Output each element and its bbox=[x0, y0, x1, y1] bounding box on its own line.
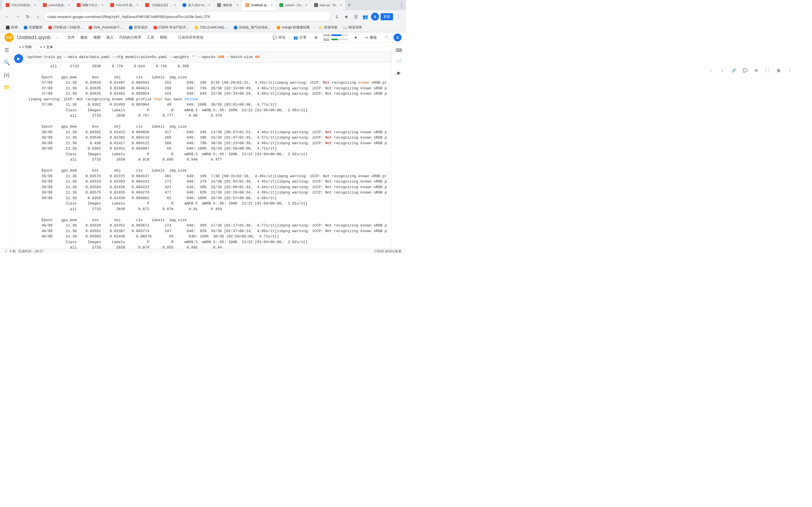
menu-tools[interactable]: 工具 bbox=[144, 34, 157, 41]
svg-text:CO: CO bbox=[6, 35, 12, 40]
colab-app: CO Untitled1.ipynb ☆ 文件 修改 视图 插入 代码执行程序 … bbox=[0, 33, 406, 253]
output-39-4: 39/99 11.3G 0.03575 0.02455 0.004276 477… bbox=[26, 190, 389, 195]
output-38-4: 38/99 11.3G 0.0362 0.02451 0.004097 69 6… bbox=[26, 146, 389, 152]
tab-2[interactable]: yolov5改进... × bbox=[40, 0, 73, 10]
edit-btn[interactable]: ✏ 修改 bbox=[363, 34, 379, 41]
menu-file[interactable]: 文件 bbox=[64, 34, 78, 41]
update-button[interactable]: 更新 bbox=[380, 13, 393, 20]
bookmarks-apps[interactable]: ⬛ 应用 bbox=[3, 24, 20, 31]
add-text-btn[interactable]: + + 文本 bbox=[37, 44, 56, 50]
colab-logo: CO bbox=[4, 33, 13, 42]
comment-btn[interactable]: 💬 评论 bbox=[270, 34, 288, 41]
auto-icon: 🔵 bbox=[234, 25, 238, 30]
ram-label: RAM bbox=[323, 34, 330, 37]
forward-button[interactable]: → bbox=[13, 13, 21, 20]
tab-5[interactable]: 【实验记录】... × bbox=[142, 0, 179, 10]
output-header-40: Epoch gpu_mem box obj cls labels img_siz… bbox=[26, 217, 389, 223]
account-icon[interactable]: 👥 bbox=[361, 13, 369, 20]
files-icon[interactable]: 📄 bbox=[394, 56, 404, 66]
tab-7[interactable]: 佛跳墙 × bbox=[214, 0, 242, 10]
ram-expand-btn[interactable]: ▼ bbox=[352, 34, 360, 41]
tab-6-close[interactable]: × bbox=[208, 3, 210, 7]
tab-9[interactable]: yolov5 - Go... × bbox=[276, 0, 310, 10]
tab-10-label: train.py - Te... bbox=[320, 3, 338, 7]
new-tab-button[interactable]: + bbox=[345, 2, 353, 8]
back-button[interactable]: ← bbox=[3, 13, 11, 20]
ram-bar bbox=[331, 34, 348, 36]
settings-btn[interactable]: ⚙ bbox=[312, 34, 320, 41]
tab-7-label: 佛跳墙 bbox=[223, 3, 235, 7]
tab-3-close[interactable]: × bbox=[101, 3, 103, 7]
sidebar-toggle[interactable]: ☰ bbox=[2, 45, 12, 55]
bookmarks-other[interactable]: 📁 其他书签 bbox=[316, 24, 340, 31]
baidu-icon: 🔵 bbox=[23, 25, 28, 30]
address-input[interactable] bbox=[44, 12, 331, 21]
tab-9-label: yolov5 - Go... bbox=[285, 3, 303, 7]
menu-edit[interactable]: 修改 bbox=[78, 34, 91, 41]
tab-4[interactable]: YOLOV5 模... × bbox=[107, 0, 142, 10]
run-button[interactable]: ▶ bbox=[14, 54, 23, 63]
menu-insert[interactable]: 插入 bbox=[103, 34, 116, 41]
menu-runtime[interactable]: 代码执行程序 bbox=[116, 34, 144, 41]
files-panel-icon[interactable]: 📁 bbox=[2, 82, 12, 93]
tab-more-icon[interactable]: ⋮ bbox=[399, 3, 404, 8]
search-panel-icon[interactable]: 🔍 bbox=[2, 57, 12, 68]
menu-help[interactable]: 帮助 bbox=[157, 34, 170, 41]
tab-8-active[interactable]: Untitled1.ip... × bbox=[242, 0, 276, 10]
tab-10[interactable]: train.py - Te... × bbox=[311, 0, 345, 10]
bookmark-icon[interactable]: ★ bbox=[342, 13, 350, 20]
cell-gutter: ▶ bbox=[13, 52, 24, 248]
bookmarks-xrange[interactable]: 🟠 xrange 的搜索结果 bbox=[274, 24, 312, 31]
profile-avatar[interactable]: S bbox=[371, 13, 379, 20]
tab-1-favicon bbox=[6, 3, 10, 7]
bookmarks-sink[interactable]: 🔴 Sink_Arsenic的个... bbox=[86, 24, 125, 31]
bookmarks-login[interactable]: 🔵 登录成功 bbox=[126, 24, 150, 31]
home-button[interactable]: ⌂ bbox=[34, 13, 42, 20]
extension-icon[interactable]: ☰ bbox=[352, 13, 360, 20]
epochs-value: 100 bbox=[218, 55, 224, 59]
colab-header: CO Untitled1.ipynb ☆ 文件 修改 视图 插入 代码执行程序 … bbox=[0, 33, 406, 43]
user-avatar[interactable]: S bbox=[394, 34, 402, 41]
other-label: 其他书签 bbox=[324, 25, 338, 30]
tab-2-close[interactable]: × bbox=[68, 3, 70, 7]
tab-4-close[interactable]: × bbox=[137, 3, 139, 7]
share-btn[interactable]: 👥 分享 bbox=[291, 34, 309, 41]
output-37-1: 37/99 11.3G 0.03619 0.02497 0.004564 252… bbox=[26, 80, 389, 86]
notebook-area: ☰ 🔍 {x} 📁 + + 代码 + + 文本 bbox=[0, 43, 406, 248]
tab-10-close[interactable]: × bbox=[340, 3, 342, 7]
output-40-class: Class Images Labels P R mAP@.5 mAP@.5:.9… bbox=[26, 239, 389, 245]
bookmarks-baidu[interactable]: 🔵 百度翻译 bbox=[21, 24, 45, 31]
collapse-btn[interactable]: ⌃ bbox=[383, 34, 390, 41]
tab-1[interactable]: YOLOV5的训... × bbox=[2, 0, 40, 10]
tab-9-close[interactable]: × bbox=[305, 3, 307, 7]
menu-view[interactable]: 视图 bbox=[91, 34, 103, 41]
code-panel-icon[interactable]: {x} bbox=[2, 70, 12, 80]
bookmarks-reading[interactable]: 📖 阅读清单 bbox=[341, 24, 364, 31]
bookmarks-csdn-msg[interactable]: 🔴 (7封私信 / 24条消... bbox=[46, 24, 85, 31]
output-39-all: all 2733 2830 0.872 0.878 0.91 0.459 bbox=[26, 207, 389, 212]
tab-5-close[interactable]: × bbox=[174, 3, 175, 7]
notebook-title[interactable]: Untitled1.ipynb bbox=[17, 35, 50, 41]
bookmarks-auto[interactable]: 🔵 自动化_电气自动化... bbox=[231, 24, 273, 31]
output-37-3: 37/99 11.3G 0.03625 0.02481 0.003954 324… bbox=[26, 91, 389, 97]
tab-8-close[interactable]: × bbox=[271, 3, 273, 7]
star-icon[interactable]: ☆ bbox=[55, 35, 59, 40]
tab-1-close[interactable]: × bbox=[34, 3, 36, 7]
tab-7-close[interactable]: × bbox=[237, 3, 239, 7]
tab-6[interactable]: 深入浅出Yo... × bbox=[179, 0, 214, 10]
terminal-icon[interactable]: ⌨ bbox=[394, 45, 404, 55]
colab-icon: CO bbox=[4, 33, 13, 42]
add-code-btn[interactable]: + + 代码 bbox=[16, 44, 35, 50]
download-icon[interactable]: ⇓ bbox=[333, 13, 341, 20]
auto-label: 自动化_电气自动化... bbox=[239, 25, 271, 30]
terminal-btn[interactable]: ▶ bbox=[394, 68, 404, 78]
code-input[interactable]: !python train.py --data data/data.yaml -… bbox=[24, 52, 391, 62]
menu-icon[interactable]: ⋮ bbox=[395, 13, 403, 20]
reload-button[interactable]: ↻ bbox=[24, 13, 32, 20]
tab-6-label: 深入浅出Yo... bbox=[188, 3, 207, 7]
bookmarks-leetcode[interactable]: 🟡 力扣 (LeetCode) ... bbox=[192, 24, 231, 31]
output-line-0: all 2733 2830 0.778 0.824 0.759 0.369 bbox=[26, 64, 389, 69]
bookmarks-csdn[interactable]: 🔴 CSDN-专业IT技术... bbox=[151, 24, 191, 31]
tab-3[interactable]: 细数YOLO... × bbox=[73, 0, 107, 10]
tab-2-label: yolov5改进... bbox=[49, 3, 66, 7]
